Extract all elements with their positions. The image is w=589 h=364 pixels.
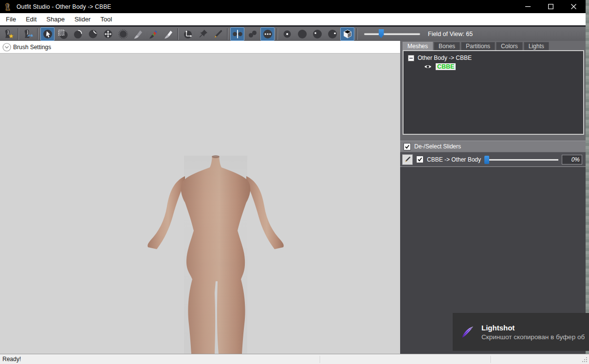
inflate-brush-button[interactable] [71, 27, 85, 41]
statusbar-divider [320, 356, 321, 363]
slider-name-label[interactable]: CBBE -> Other Body [427, 156, 481, 163]
tab-meshes[interactable]: Meshes [403, 42, 433, 50]
edit-slider-button[interactable] [402, 154, 413, 165]
fov-slider-groove [364, 33, 420, 35]
body-mesh-render [0, 54, 400, 354]
mask-brush-button[interactable] [55, 27, 70, 41]
menu-bar: FileEditShapeSliderTool [0, 13, 589, 25]
fov-slider[interactable] [364, 29, 420, 39]
maximize-icon [548, 4, 553, 9]
brush-size-large-button[interactable] [295, 27, 309, 41]
perspective-toggle-button[interactable] [340, 27, 354, 41]
panel-tabs: MeshesBonesPartitionsColorsLights [400, 41, 586, 50]
notification-app-name: Lightshot [481, 324, 585, 332]
deflate-brush-button[interactable] [86, 27, 100, 41]
move-brush-button[interactable] [101, 27, 115, 41]
collapse-minus-icon[interactable] [408, 55, 414, 61]
outfit-studio-window: Outfit Studio - Other Body -> CBBE FileE… [0, 0, 589, 364]
right-panel: MeshesBonesPartitionsColorsLights Other … [400, 41, 586, 354]
tree-root-label[interactable]: Other Body -> CBBE [418, 55, 472, 61]
viewport-3d[interactable] [0, 54, 400, 354]
perspective-toggle-icon [342, 29, 353, 39]
x-mirror-button[interactable] [230, 27, 244, 41]
load-project-button[interactable] [21, 27, 35, 41]
statusbar-divider [491, 356, 492, 363]
color-brush-icon [148, 29, 159, 39]
maximize-button[interactable] [539, 0, 562, 13]
menu-shape[interactable]: Shape [41, 13, 70, 25]
menu-slider[interactable]: Slider [70, 13, 95, 25]
status-bar: Ready! [0, 354, 589, 364]
slider-track[interactable] [484, 155, 558, 164]
deselect-sliders-header: De-/Select Sliders [400, 141, 586, 152]
brush-offset-right-icon [327, 29, 338, 39]
fov-label: Field of View: 65 [428, 31, 473, 37]
move-brush-icon [103, 29, 113, 39]
smooth-brush-icon [118, 29, 129, 39]
brush-settings-label: Brush Settings [13, 44, 51, 51]
meshes-tree: Other Body -> CBBE CBBE [403, 50, 584, 135]
deflate-brush-icon [88, 29, 98, 39]
deselect-sliders-label: De-/Select Sliders [414, 143, 461, 150]
transform-tool-button[interactable] [181, 27, 195, 41]
pivot-tool-button[interactable] [196, 27, 210, 41]
chevron-down-circle-icon[interactable] [2, 43, 11, 52]
menu-tool[interactable]: Tool [95, 13, 117, 25]
brush-size-large-icon [297, 29, 308, 39]
window-title: Outfit Studio - Other Body -> CBBE [17, 3, 111, 10]
slider-checkbox[interactable] [416, 156, 423, 163]
connected-only-button[interactable] [245, 27, 259, 41]
deselect-sliders-checkbox[interactable] [404, 143, 411, 150]
menu-file[interactable]: File [1, 13, 21, 25]
slider-thumb[interactable] [484, 156, 489, 164]
window-controls [516, 0, 585, 13]
alpha-brush-button[interactable] [161, 27, 175, 41]
brush-offset-right-button[interactable] [325, 27, 339, 41]
brush-offset-left-icon [312, 29, 323, 39]
tab-lights[interactable]: Lights [524, 42, 549, 50]
eye-visibility-icon[interactable] [423, 64, 432, 70]
vertex-edit-icon [213, 29, 223, 39]
brush-offset-left-button[interactable] [310, 27, 324, 41]
tree-row-child[interactable]: CBBE [423, 63, 583, 70]
fov-slider-thumb[interactable] [379, 29, 384, 38]
toolbar-separator [276, 28, 278, 40]
lightshot-notification[interactable]: Lightshot Скриншот скопирован в буфер об [453, 313, 589, 351]
resize-grip[interactable] [582, 357, 588, 363]
color-brush-button[interactable] [146, 27, 160, 41]
mask-brush-icon [57, 29, 68, 39]
global-collision-button[interactable] [260, 27, 275, 41]
slider-value[interactable]: 0% [562, 155, 582, 164]
minimize-button[interactable] [516, 0, 539, 13]
tab-bones[interactable]: Bones [434, 42, 460, 50]
tab-colors[interactable]: Colors [496, 42, 523, 50]
new-project-icon [3, 29, 14, 39]
tree-row-root[interactable]: Other Body -> CBBE [404, 51, 583, 61]
slider-row: CBBE -> Other Body 0% [400, 152, 586, 166]
pencil-icon [404, 156, 411, 163]
checkmark-icon [405, 144, 410, 149]
titlebar: Outfit Studio - Other Body -> CBBE [0, 0, 589, 13]
new-project-button[interactable] [1, 27, 16, 41]
checkmark-icon [417, 157, 423, 162]
tree-child-label[interactable]: CBBE [436, 63, 456, 70]
brush-size-small-button[interactable] [280, 27, 294, 41]
close-button[interactable] [562, 0, 585, 13]
alpha-brush-icon [163, 29, 174, 39]
toolbar-separator [177, 28, 179, 40]
toolbar-separator [356, 28, 358, 40]
brush-size-small-icon [282, 29, 293, 39]
status-text: Ready! [2, 356, 21, 363]
minimize-icon [525, 4, 531, 9]
brush-settings-header[interactable]: Brush Settings [0, 41, 400, 54]
slider-groove [484, 159, 558, 161]
menu-edit[interactable]: Edit [21, 13, 41, 25]
weight-brush-button[interactable] [131, 27, 145, 41]
vertex-edit-button[interactable] [211, 27, 225, 41]
tab-partitions[interactable]: Partitions [461, 42, 495, 50]
fov-group: Field of View: 65 [364, 29, 473, 39]
x-mirror-icon [232, 29, 243, 39]
select-tool-button[interactable] [40, 27, 55, 41]
notification-message: Скриншот скопирован в буфер об [481, 333, 585, 341]
smooth-brush-button[interactable] [116, 27, 130, 41]
